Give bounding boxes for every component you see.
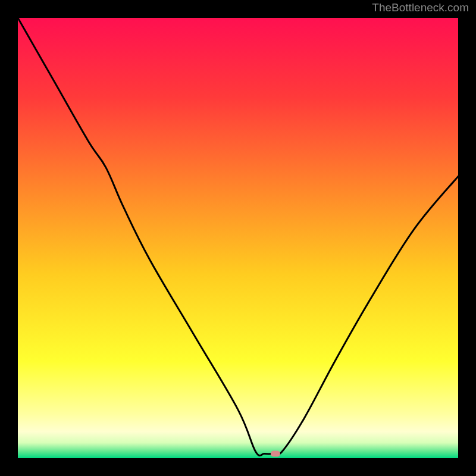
optimal-marker	[271, 451, 280, 457]
chart-background	[18, 18, 458, 458]
chart-plot-area	[18, 18, 458, 458]
attribution-label: TheBottleneck.com	[372, 1, 469, 14]
chart-svg	[18, 18, 458, 458]
